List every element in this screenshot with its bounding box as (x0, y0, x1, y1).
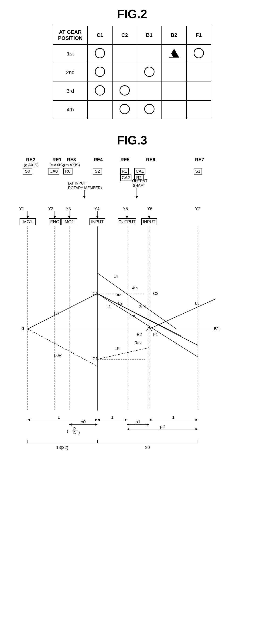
svg-text:s: s (75, 426, 76, 430)
svg-text:(e AXIS): (e AXIS) (50, 163, 64, 167)
cell-2nd-c2 (112, 63, 137, 82)
cell-3rd-c1 (88, 82, 112, 100)
svg-text:20: 20 (145, 445, 150, 450)
svg-marker-55 (96, 216, 98, 218)
svg-text:Y7: Y7 (195, 206, 200, 211)
svg-text:RE7: RE7 (195, 157, 204, 162)
table-header-b2: B2 (162, 26, 186, 44)
svg-text:): ) (78, 430, 80, 435)
svg-text:Y4: Y4 (94, 206, 100, 211)
row-label-1st: 1st (53, 44, 88, 63)
svg-text:CA0: CA0 (50, 169, 58, 174)
fig2-title: FIG.2 (117, 7, 147, 21)
cell-3rd-f1 (186, 82, 211, 100)
svg-text:OUTPUT: OUTPUT (132, 179, 148, 183)
table-header-f1: F1 (186, 26, 211, 44)
cell-1st-b2 (162, 44, 186, 63)
table-row: 1st (53, 44, 211, 63)
svg-text:OUTPUT: OUTPUT (118, 220, 136, 224)
svg-text:ρ0: ρ0 (80, 420, 86, 424)
table-row: 2nd (53, 63, 211, 82)
svg-text:S0: S0 (25, 169, 30, 174)
svg-text:3rd: 3rd (116, 293, 122, 297)
svg-text:ρ2: ρ2 (160, 424, 165, 429)
svg-text:B1: B1 (214, 326, 219, 331)
svg-text:SHAFT: SHAFT (133, 184, 145, 188)
cell-3rd-b1 (137, 82, 162, 100)
table-header-c2: C2 (112, 26, 137, 44)
cell-2nd-b2 (162, 63, 186, 82)
svg-marker-128 (149, 419, 152, 421)
svg-text:(m AXIS): (m AXIS) (64, 163, 80, 167)
fig2-section: FIG.2 AT GEARPOSITION C1 C2 B1 B2 F1 1st (27, 7, 237, 119)
svg-line-81 (28, 329, 98, 366)
svg-text:4th: 4th (132, 286, 138, 290)
cell-1st-b1 (137, 44, 162, 63)
svg-marker-43 (26, 216, 29, 218)
svg-marker-136 (98, 419, 100, 421)
svg-text:C2: C2 (153, 291, 158, 296)
svg-text:F1: F1 (153, 332, 158, 337)
svg-text:18(32): 18(32) (56, 445, 68, 450)
table-row: 4th (53, 100, 211, 119)
svg-marker-105 (28, 419, 30, 421)
svg-text:ROTARY MEMBER): ROTARY MEMBER) (68, 186, 102, 190)
svg-text:R1: R1 (122, 169, 127, 174)
row-label-3rd: 3rd (53, 82, 88, 100)
cell-4th-c2 (112, 100, 137, 119)
svg-marker-124 (127, 423, 129, 426)
svg-text:0: 0 (22, 326, 24, 331)
svg-text:(=: (= (67, 429, 70, 434)
svg-line-79 (28, 294, 98, 329)
svg-marker-63 (148, 216, 150, 218)
svg-text:1: 1 (111, 415, 113, 420)
cell-4th-b1 (137, 100, 162, 119)
svg-text:L0R: L0R (54, 353, 62, 358)
svg-text:LR: LR (115, 346, 120, 351)
svg-marker-125 (147, 423, 149, 426)
table-header-b1: B1 (137, 26, 162, 44)
svg-text:Y3: Y3 (66, 206, 71, 211)
svg-text:2nd: 2nd (139, 304, 146, 309)
svg-text:Y6: Y6 (147, 206, 152, 211)
svg-text:RE1: RE1 (52, 157, 62, 162)
svg-marker-132 (127, 428, 129, 430)
svg-text:L3: L3 (195, 301, 200, 306)
svg-marker-51 (68, 216, 70, 218)
svg-text:C1: C1 (92, 356, 98, 361)
svg-text:S1: S1 (195, 169, 200, 174)
svg-text:S2: S2 (94, 169, 100, 174)
svg-text:ρ1: ρ1 (136, 420, 140, 424)
svg-text:Y5: Y5 (123, 206, 128, 211)
svg-marker-133 (196, 428, 198, 430)
svg-text:RE6: RE6 (146, 157, 155, 162)
svg-text:INPUT: INPUT (143, 220, 156, 224)
svg-text:L4: L4 (114, 274, 118, 279)
cell-2nd-c1 (88, 63, 112, 82)
svg-text:MG1: MG1 (23, 220, 32, 224)
row-label-4th: 4th (53, 100, 88, 119)
cell-4th-c1 (88, 100, 112, 119)
svg-marker-30 (83, 196, 86, 198)
row-label-2nd: 2nd (53, 63, 88, 82)
gear-table: AT GEARPOSITION C1 C2 B1 B2 F1 1st 2nd (53, 26, 211, 119)
cell-1st-c1 (88, 44, 112, 63)
svg-text:L0: L0 (54, 311, 59, 316)
cell-2nd-f1 (186, 63, 211, 82)
svg-marker-110 (95, 423, 98, 426)
svg-line-91 (98, 294, 198, 357)
svg-marker-106 (95, 419, 98, 421)
svg-marker-129 (196, 419, 198, 421)
cell-4th-f1 (186, 100, 211, 119)
svg-text:INPUT: INPUT (91, 220, 104, 224)
svg-text:1st: 1st (130, 314, 135, 318)
svg-text:CA2: CA2 (122, 176, 130, 180)
table-row: 3rd (53, 82, 211, 100)
svg-text:ENG: ENG (50, 220, 59, 224)
svg-text:R0: R0 (65, 169, 70, 174)
cell-3rd-b2 (162, 82, 186, 100)
table-header-position: AT GEARPOSITION (53, 26, 88, 44)
svg-line-97 (149, 299, 216, 329)
table-header-c1: C1 (88, 26, 112, 44)
svg-text:B2: B2 (137, 332, 142, 337)
